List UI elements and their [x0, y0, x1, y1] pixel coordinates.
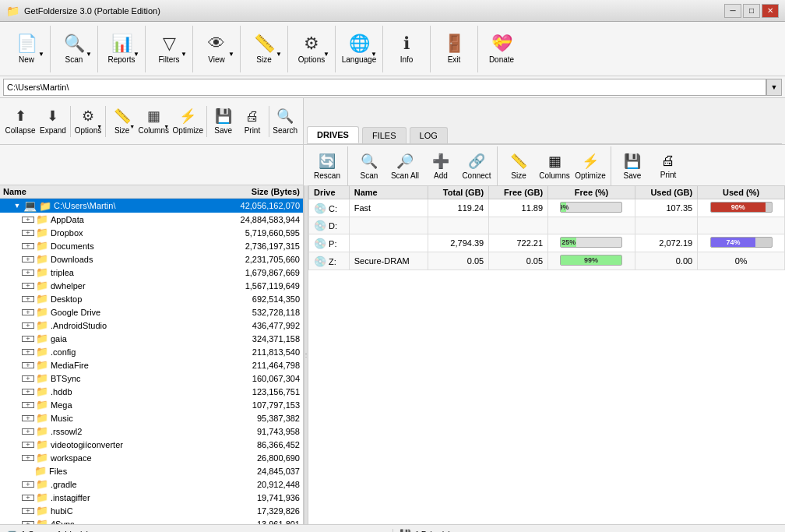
tab-files[interactable]: FILES [362, 127, 407, 143]
expand-icon[interactable]: + [22, 309, 34, 315]
tree-item[interactable]: + 📁 gaia 324,371,158 [0, 332, 303, 345]
drive-letter: 💿 C: [309, 199, 350, 217]
tree-item[interactable]: + 📁 BTSync 160,067,304 [0, 372, 303, 385]
columns-right-icon: ▦ [548, 153, 561, 170]
scan-all-button[interactable]: 🔎 Scan All [388, 148, 422, 184]
tree-item[interactable]: + 📁 Documents 2,736,197,315 [0, 239, 303, 252]
address-input[interactable] [3, 79, 766, 96]
optimize-button[interactable]: ⚡ Optimize [171, 102, 205, 141]
drives-pane: Drive Name Total (GB) Free (GB) Free (%)… [308, 185, 785, 524]
tree-item[interactable]: + 📁 hubiC 17,329,826 [0, 504, 303, 517]
expand-icon[interactable]: + [22, 508, 34, 514]
drive-used-pct: 74% [698, 234, 785, 252]
options-button[interactable]: ⚙ Options ▼ [291, 29, 332, 69]
save-right-button[interactable]: 💾 Save [615, 148, 649, 184]
close-button[interactable]: ✕ [762, 4, 779, 18]
tab-drives[interactable]: DRIVES [307, 126, 359, 143]
tree-item[interactable]: + 📁 .gradle 20,912,448 [0, 477, 303, 491]
minimize-button[interactable]: ─ [724, 4, 741, 18]
donate-button[interactable]: 💝 Donate [481, 29, 522, 69]
info-button[interactable]: ℹ Info [386, 29, 427, 69]
exit-button[interactable]: 🚪 Exit [434, 29, 474, 69]
expand-icon[interactable]: + [22, 217, 34, 223]
expand-icon[interactable]: + [22, 283, 34, 289]
free-bar: 9% [560, 202, 622, 213]
optimize-right-button[interactable]: ⚡ Optimize [573, 148, 607, 184]
scan-right-icon: 🔍 [361, 153, 378, 170]
expand-icon[interactable]: + [22, 481, 34, 488]
expand-button[interactable]: ⬇ Expand [37, 102, 69, 141]
columns-button[interactable]: ▦ Columns ▼ [136, 102, 171, 141]
tree-item[interactable]: + 📁 dwhelper 1,567,119,649 [0, 279, 303, 292]
save-sm-button[interactable]: 💾 Save [209, 102, 238, 141]
scan-right-button[interactable]: 🔍 Scan [352, 148, 386, 184]
expand-icon[interactable]: + [22, 322, 34, 329]
drives-table-row[interactable]: 💿 P: 2,794.39 722.21 25% 2,072.19 74% [309, 234, 785, 252]
tree-item[interactable]: + 📁 .config 211,813,540 [0, 345, 303, 358]
expand-icon[interactable]: + [22, 389, 34, 395]
tree-item[interactable]: + 📁 MediaFire 211,464,798 [0, 358, 303, 372]
expand-icon[interactable]: + [22, 336, 34, 342]
tree-item[interactable]: + 📁 Downloads 2,231,705,660 [0, 252, 303, 266]
tree-item[interactable]: + 📁 AppData 24,884,583,944 [0, 213, 303, 226]
app-icon: 📁 [6, 5, 19, 17]
expand-icon[interactable]: + [22, 402, 34, 408]
expand-icon[interactable]: + [22, 428, 34, 435]
expand-icon[interactable]: + [22, 296, 34, 302]
print-right-button[interactable]: 🖨 Print [651, 148, 685, 184]
expand-icon[interactable]: + [22, 375, 34, 382]
drives-table-row[interactable]: 💿 D: [309, 217, 785, 234]
drives-table-row[interactable]: 💿 C: Fast 119.24 11.89 9% 107.35 90% [309, 199, 785, 217]
restore-button[interactable]: □ [743, 4, 760, 18]
print-sm-button[interactable]: 🖨 Print [238, 102, 266, 141]
filters-button[interactable]: ▽ Filters ▼ [149, 29, 189, 69]
add-button[interactable]: ➕ Add [424, 148, 458, 184]
expand-icon[interactable]: + [22, 415, 34, 421]
tree-item[interactable]: + 📁 triplea 1,679,867,669 [0, 266, 303, 279]
new-button[interactable]: 📄 New ▼ [6, 29, 47, 69]
expand-icon[interactable]: + [22, 349, 34, 355]
view-button[interactable]: 👁 View ▼ [196, 29, 237, 69]
tree-item[interactable]: + 📁 videotogiíconverter 86,366,452 [0, 438, 303, 451]
options-sm-button[interactable]: ⚙ Options ▼ [72, 102, 104, 141]
collapse-button[interactable]: ⬆ Collapse [3, 102, 37, 141]
language-button[interactable]: 🌐 Language ▼ [339, 29, 379, 69]
drive-letter: 💿 D: [309, 217, 350, 234]
tree-item[interactable]: + 📁 .rssowl2 91,743,958 [0, 425, 303, 438]
expand-icon[interactable]: + [22, 230, 34, 236]
tree-item[interactable]: + 📁 4Sync 13,961,801 [0, 517, 303, 524]
tree-item[interactable]: + 📁 Dropbox 5,719,660,595 [0, 226, 303, 239]
expand-icon[interactable]: + [22, 455, 34, 461]
size-right-button[interactable]: 📏 Size [502, 148, 536, 184]
tree-item[interactable]: + 📁 Desktop 692,514,350 [0, 292, 303, 305]
col-used: Used (GB) [635, 186, 697, 199]
expand-icon[interactable]: + [22, 495, 34, 501]
tree-item[interactable]: + 📁 .AndroidStudio 436,477,992 [0, 319, 303, 332]
reports-button[interactable]: 📊 Reports ▼ [101, 29, 142, 69]
search-button[interactable]: 🔍 Search [270, 102, 300, 141]
expand-icon[interactable]: + [22, 362, 34, 368]
tree-item[interactable]: + 📁 Mega 107,797,153 [0, 398, 303, 411]
tree-root-item[interactable]: ▼ 💻 📁 C:\Users\Martin\ 42,056,162,070 [0, 199, 303, 213]
tree-item[interactable]: + 📁 Google Drive 532,728,118 [0, 305, 303, 319]
size-sm-button[interactable]: 📏 Size ▼ [107, 102, 136, 141]
tab-log[interactable]: LOG [410, 127, 448, 143]
expand-icon[interactable]: + [22, 243, 34, 249]
tree-item[interactable]: + 📁 .instagiffer 19,741,936 [0, 491, 303, 504]
address-dropdown-button[interactable]: ▼ [766, 79, 782, 96]
expand-icon[interactable]: + [22, 521, 34, 525]
rescan-button[interactable]: 🔄 Rescan [310, 148, 344, 184]
root-expand[interactable]: ▼ [11, 202, 23, 210]
size-button[interactable]: 📏 Size ▼ [244, 29, 284, 69]
expand-icon[interactable]: + [22, 256, 34, 262]
drives-table-row[interactable]: 💿 Z: Secure-DRAM 0.05 0.05 99% 0.00 0% [309, 252, 785, 270]
tree-item[interactable]: + 📁 Music 95,387,382 [0, 411, 303, 425]
tree-item[interactable]: + 📁 .hddb 123,156,751 [0, 385, 303, 398]
expand-icon[interactable]: + [22, 270, 34, 276]
scan-button[interactable]: 🔍 Scan ▼ [54, 29, 94, 69]
columns-right-button[interactable]: ▦ Columns [537, 148, 572, 184]
expand-icon[interactable]: + [22, 442, 34, 448]
tree-item[interactable]: 📁 Files 24,845,037 [0, 464, 303, 477]
connect-button[interactable]: 🔗 Connect [459, 148, 494, 184]
tree-item[interactable]: + 📁 workspace 26,800,690 [0, 451, 303, 464]
